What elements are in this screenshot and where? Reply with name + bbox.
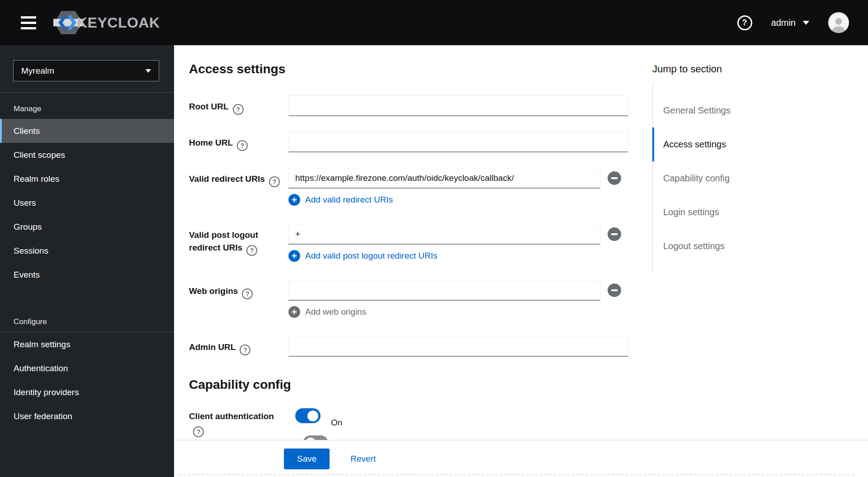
hamburger-icon[interactable] xyxy=(17,13,40,33)
valid-redirect-uris-row: Valid redirect URIs Add valid redirect U… xyxy=(189,168,646,206)
realm-selector[interactable]: Myrealm xyxy=(13,60,159,81)
jump-to-section-title: Jump to section xyxy=(652,63,865,75)
web-origins-row: Web origins Add web origins xyxy=(189,280,646,318)
sidebar-item-users[interactable]: Users xyxy=(0,191,174,215)
admin-url-input[interactable] xyxy=(288,336,628,357)
client-authentication-row: Client authentication On xyxy=(189,408,646,437)
post-logout-redirect-uris-row: Valid post logout redirect URIs Add vali… xyxy=(189,224,646,262)
plus-circle-icon xyxy=(288,250,300,262)
jump-item-general-settings[interactable]: General Settings xyxy=(653,94,865,128)
nav-section-title-manage: Manage xyxy=(0,93,174,119)
person-icon xyxy=(830,16,848,33)
jump-item-capability-config[interactable]: Capability config xyxy=(653,161,865,195)
valid-redirect-uris-input[interactable] xyxy=(288,168,600,189)
add-web-origins-button[interactable]: Add web origins xyxy=(288,306,366,318)
root-url-row: Root URL xyxy=(189,95,646,116)
sidebar-item-identity-providers[interactable]: Identity providers xyxy=(0,380,174,404)
root-url-input[interactable] xyxy=(288,95,628,116)
sidebar-item-groups[interactable]: Groups xyxy=(0,215,174,239)
jump-item-access-settings[interactable]: Access settings xyxy=(653,128,865,161)
add-post-logout-redirect-uris-button[interactable]: Add valid post logout redirect URIs xyxy=(288,250,438,262)
access-settings-heading: Access settings xyxy=(189,62,646,76)
sidebar-item-client-scopes[interactable]: Client scopes xyxy=(0,143,174,167)
question-circle-icon[interactable] xyxy=(242,288,253,299)
jump-to-section-panel: Jump to section General Settings Access … xyxy=(652,45,865,477)
root-url-label: Root URL xyxy=(189,102,229,111)
minus-circle-icon[interactable] xyxy=(608,171,621,185)
web-origins-label: Web origins xyxy=(189,286,238,296)
realm-name: Myrealm xyxy=(21,66,54,76)
home-url-label: Home URL xyxy=(189,138,233,147)
chevron-down-icon xyxy=(803,21,809,25)
valid-redirect-uris-label: Valid redirect URIs xyxy=(189,174,265,184)
toggle-state-label: On xyxy=(331,418,342,428)
add-valid-redirect-uris-button[interactable]: Add valid redirect URIs xyxy=(288,194,393,206)
question-circle-icon[interactable] xyxy=(237,140,248,151)
revert-button[interactable]: Revert xyxy=(350,454,376,464)
help-icon[interactable]: ? xyxy=(737,15,752,30)
sidebar-item-realm-settings[interactable]: Realm settings xyxy=(0,332,174,356)
client-authentication-toggle[interactable] xyxy=(295,408,321,423)
main-content: Access settings Root URL Home URL xyxy=(174,45,868,477)
minus-circle-icon[interactable] xyxy=(608,283,621,297)
username: admin xyxy=(771,18,796,28)
brand-text: KEYCLOAK xyxy=(77,14,160,31)
masthead: KEYCLOAK ? admin xyxy=(0,0,868,45)
nav-section-title-configure: Configure xyxy=(0,306,174,332)
admin-url-row: Admin URL xyxy=(189,336,646,357)
avatar[interactable] xyxy=(828,12,849,33)
jump-item-login-settings[interactable]: Login settings xyxy=(653,195,865,229)
home-url-row: Home URL xyxy=(189,132,646,152)
post-logout-redirect-uris-input[interactable] xyxy=(288,224,600,245)
sidebar: Myrealm Manage Clients Client scopes Rea… xyxy=(0,45,174,477)
save-button[interactable]: Save xyxy=(284,449,330,469)
question-circle-icon[interactable] xyxy=(240,345,250,355)
question-circle-icon[interactable] xyxy=(269,176,280,187)
sidebar-item-events[interactable]: Events xyxy=(0,263,174,287)
question-circle-icon[interactable] xyxy=(246,245,257,256)
sidebar-item-clients[interactable]: Clients xyxy=(0,119,174,143)
home-url-input[interactable] xyxy=(288,132,628,152)
question-circle-icon[interactable] xyxy=(193,426,204,437)
web-origins-input[interactable] xyxy=(288,280,600,301)
plus-circle-icon xyxy=(288,306,300,318)
capability-config-heading: Capability config xyxy=(189,378,646,392)
plus-circle-icon xyxy=(288,194,300,206)
sidebar-item-authentication[interactable]: Authentication xyxy=(0,356,174,380)
sidebar-item-sessions[interactable]: Sessions xyxy=(0,239,174,263)
client-authentication-label: Client authentication xyxy=(189,411,274,421)
sidebar-item-realm-roles[interactable]: Realm roles xyxy=(0,167,174,191)
minus-circle-icon[interactable] xyxy=(608,227,621,241)
user-menu[interactable]: admin xyxy=(771,18,809,28)
sidebar-item-user-federation[interactable]: User federation xyxy=(0,404,174,428)
question-circle-icon[interactable] xyxy=(233,104,244,115)
keycloak-logo: KEYCLOAK xyxy=(53,9,160,36)
action-bar: Save Revert xyxy=(174,440,868,477)
jump-item-logout-settings[interactable]: Logout settings xyxy=(653,229,865,263)
chevron-down-icon xyxy=(146,69,151,73)
admin-url-label: Admin URL xyxy=(189,342,236,352)
